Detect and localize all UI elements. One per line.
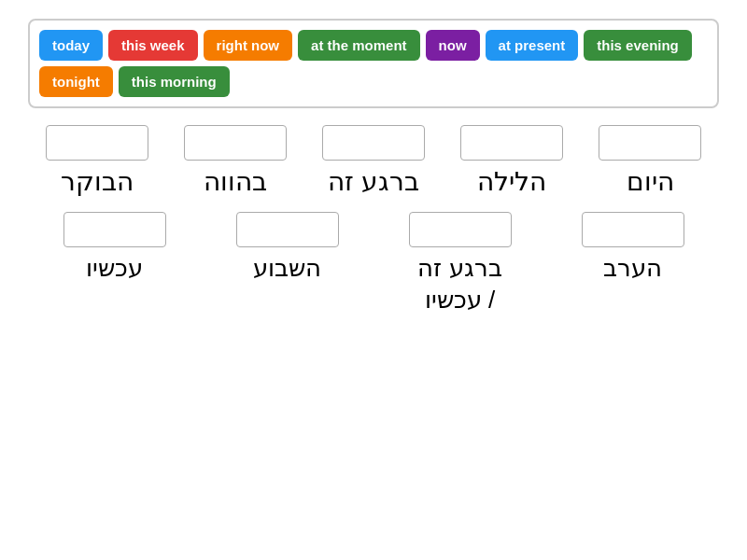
hebrew-word-1-2: ברגע זה xyxy=(313,166,434,197)
drop-box-1-4[interactable] xyxy=(599,125,701,161)
chip-this-morning[interactable]: this morning xyxy=(119,66,230,97)
hebrew-word-1-4: היום xyxy=(589,166,711,197)
hebrew-word-2-1: השבוע xyxy=(227,253,348,285)
hebrew-word-2-2: ברגע זה / עכשיו xyxy=(400,253,521,316)
hebrew-word-1-3: הלילה xyxy=(451,166,572,197)
chip-this-evening[interactable]: this evening xyxy=(584,30,692,61)
chip-today[interactable]: today xyxy=(39,30,103,61)
drop-box-2-0[interactable] xyxy=(63,212,166,247)
drop-box-1-1[interactable] xyxy=(184,125,287,161)
match-section-1: הבוקרבהווהברגע זההלילההיום xyxy=(28,125,719,197)
drop-box-1-2[interactable] xyxy=(322,125,425,161)
chip-now[interactable]: now xyxy=(426,30,480,61)
hebrew-word-2-3: הערב xyxy=(572,253,694,285)
match-section-2: עכשיוהשבועברגע זה / עכשיוהערב xyxy=(28,212,719,316)
chip-tonight[interactable]: tonight xyxy=(39,66,113,97)
hebrew-word-1-0: הבוקר xyxy=(36,166,158,197)
drop-box-2-2[interactable] xyxy=(409,212,512,247)
main-container: todaythis weekright nowat the momentnowa… xyxy=(0,0,747,350)
hebrew-row-2: עכשיוהשבועברגע זה / עכשיוהערב xyxy=(28,253,719,316)
drop-box-1-3[interactable] xyxy=(460,125,563,161)
chip-at-the-moment[interactable]: at the moment xyxy=(298,30,420,61)
drop-box-2-1[interactable] xyxy=(236,212,339,247)
chip-this-week[interactable]: this week xyxy=(108,30,198,61)
drop-row-1 xyxy=(28,125,719,161)
chip-at-present[interactable]: at present xyxy=(486,30,579,61)
drop-box-1-0[interactable] xyxy=(46,125,148,161)
hebrew-word-1-1: בהווה xyxy=(175,166,296,197)
hebrew-row-1: הבוקרבהווהברגע זההלילההיום xyxy=(28,166,719,197)
chip-right-now[interactable]: right now xyxy=(204,30,293,61)
drop-box-2-3[interactable] xyxy=(582,212,684,247)
word-bank: todaythis weekright nowat the momentnowa… xyxy=(28,19,719,108)
drop-row-2 xyxy=(28,212,719,247)
hebrew-word-2-0: עכשיו xyxy=(54,253,176,285)
